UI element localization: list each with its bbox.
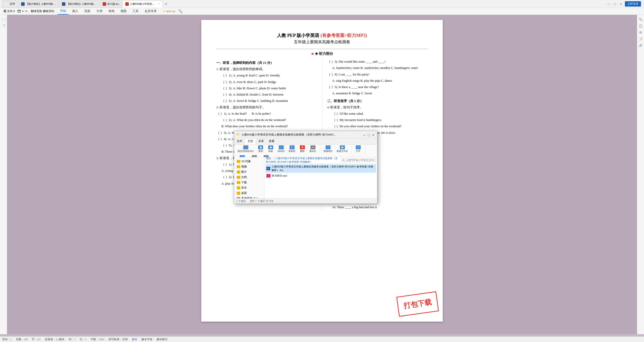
part1-intro2: 2. 听录音，选出你所听到的句子。 — [216, 105, 317, 110]
q1: （ ）1). A. young B. kind C. quiet D. frie… — [216, 73, 317, 78]
menu-translate[interactable]: 翻译页面 — [31, 9, 42, 13]
tab-doc1[interactable]: 【能力增化】人教PEP版五年级上册上... — [18, 1, 59, 8]
new-tab-button[interactable]: + — [163, 2, 169, 6]
fe-nav-docs[interactable]: 文档 — [234, 175, 264, 180]
tab-close-icon[interactable]: × — [158, 2, 160, 6]
seq2: （ ）My favourite food is hamburgers. — [327, 117, 428, 123]
fe-nav-music[interactable]: 音乐 — [234, 185, 264, 190]
fe-move-icon: → — [279, 145, 284, 149]
menu-page[interactable]: 页面 — [82, 8, 93, 14]
fe-new-folder-btn[interactable]: 📁 新建文件夹 — [335, 145, 349, 153]
menu-file[interactable]: ☰ 文件 ▾ — [2, 9, 16, 14]
status-row: 行：1 — [80, 337, 87, 341]
fe-copy2-btn[interactable]: ⎘ 复制到 — [287, 145, 297, 153]
fe-new-item-btn[interactable]: + 新建项目 — [322, 145, 334, 153]
q15-opts: A. mountain B. bridge C. forest — [332, 91, 428, 96]
fe-move-btn[interactable]: → 移动到 — [276, 145, 286, 153]
fe-rename-btn[interactable]: ✏ 重命名 — [308, 145, 318, 153]
minimize-button[interactable]: ─ — [607, 2, 611, 6]
divider-1 — [216, 49, 428, 49]
fe-left-nav: 3D 对象 视频 图片 文档 下载 音乐 — [234, 157, 264, 198]
menu-delete-page[interactable]: 删除页码 — [43, 9, 54, 13]
toolbar-quick-btn-1[interactable]: 💾 — [17, 10, 21, 13]
fe-tab-file[interactable]: 文件 — [234, 139, 245, 144]
right-icon-4[interactable]: 📝 — [638, 36, 643, 41]
menu-vip[interactable]: 会员专享 — [142, 8, 159, 14]
fe-titlebar: 📁 人教PEP版小学英语五年级上册期末高频考点检测卷（含听力材料+听力MP3+参… — [234, 131, 377, 139]
right-icon-5[interactable]: 🔗 — [638, 43, 643, 48]
q5: （ ）5). A. forest B. bridge C. building D… — [216, 98, 317, 104]
title-bar: 📄 文件 【能力增化】人教PEP版五年级上册上... 【能力增化】人教PEP版五… — [0, 0, 644, 8]
fe-nav-3d-icon — [237, 160, 240, 163]
right-sidebar: 🔍 📋 ⚙ 📝 🔗 — [637, 15, 644, 334]
fe-search-input[interactable] — [341, 158, 376, 162]
fe-delete-btn[interactable]: 🗑 删除 — [298, 145, 307, 153]
fe-separator-2 — [351, 145, 352, 154]
search-icon[interactable]: 🔍 — [178, 9, 182, 13]
fe-nav-desktop[interactable]: 桌面 — [234, 190, 264, 196]
doc-title: 人教 PEP 版小学英语 (有参考答案+听力MP3) — [216, 32, 428, 38]
part1-heading: 一、听音，选择听到的内容（共 15 分） — [216, 61, 317, 65]
fe-copy-icon: 📋 — [258, 145, 263, 149]
right-icon-1[interactable]: 🔍 — [638, 17, 643, 22]
menu-start[interactable]: 开始 — [58, 8, 69, 15]
tab-doc3[interactable]: 练习题.doc — [100, 1, 122, 8]
toolbar-menu-row: ☰ 文件 ▾ 💾 ↩ ↪ | 翻译页面 删除页码 | 开始 插入 页面 引用 审… — [0, 8, 644, 15]
download-stamp[interactable]: 打包下载 — [396, 291, 439, 317]
toolbar-area: ☰ 文件 ▾ 💾 ↩ ↪ | 翻译页面 删除页码 | 开始 插入 页面 引用 审… — [0, 8, 644, 15]
tab-doc2[interactable]: 【能力增化】人教PEP版五年级上册上... — [59, 1, 99, 8]
fe-nav-desktop-icon — [237, 192, 240, 195]
fe-pin-btn[interactable]: 📌 固定到快速访问 — [236, 145, 255, 153]
fe-rename-icon: ✏ — [310, 145, 315, 149]
status-proofread[interactable]: 校对 — [132, 337, 137, 341]
sidebar-icon-2[interactable]: 📑 — [1, 23, 6, 28]
fe-file-mp3[interactable]: ♪ 听力部分.mp3 — [265, 173, 376, 178]
login-button[interactable]: 立即登录 — [625, 1, 641, 7]
fe-nav-video[interactable]: 视频 — [234, 164, 264, 169]
menu-insert[interactable]: 插入 — [70, 8, 81, 14]
fe-close-btn[interactable]: × — [372, 133, 375, 137]
q4: （ ）4). A. behind B. beside C. front D. b… — [216, 92, 317, 97]
q7b: B. What does your brother often do on th… — [216, 124, 317, 129]
fe-nav-3d[interactable]: 3D 对象 — [234, 159, 264, 164]
q6a: （ ）1). A. Is she kind? B. Is he polite? — [216, 111, 317, 116]
sidebar-icon-1[interactable]: ⋮⋮ — [1, 17, 6, 22]
toolbar-quick-btn-2[interactable]: ↩ — [22, 10, 24, 13]
fe-paste-icon: 📋 — [268, 145, 273, 149]
fe-minimize-btn[interactable]: ─ — [363, 133, 366, 137]
fe-item-count: 2 个项目 — [236, 199, 246, 203]
menu-review[interactable]: 审阅 — [106, 8, 117, 14]
right-icon-2[interactable]: 📋 — [638, 23, 643, 28]
close-button[interactable]: × — [619, 2, 623, 6]
fe-tab-home[interactable]: 主页 — [245, 139, 256, 144]
fe-maximize-btn[interactable]: □ — [367, 133, 371, 137]
fe-nav-downloads-icon — [237, 181, 240, 184]
fe-open-btn[interactable]: ↗ 打开 — [354, 145, 363, 153]
fe-tab-view[interactable]: 查看 — [266, 139, 277, 144]
tab-bar: 📄 文件 【能力增化】人教PEP版五年级上册上... 【能力增化】人教PEP版五… — [0, 1, 607, 8]
fe-copy-btn[interactable]: 📋 复制 — [256, 145, 265, 153]
fe-file-doc[interactable]: W 人教PEP版小学英语五年级上册期末高频考点检测卷（含听力材料+听力MP3+参… — [265, 164, 376, 173]
seq1: （ ）I'd like some salad. — [327, 111, 428, 116]
tab-doc4-active[interactable]: 人教PEP版小学英语五年级上册小... × — [123, 1, 163, 8]
q13: （ ）3). She would like some ____ and ____… — [327, 59, 428, 64]
fe-address-bar[interactable]: 最新... > 人教PEP版小学英语五年级上册期末高频考点检测卷（含听力材料+听… — [264, 157, 377, 163]
status-spell: 拼写检查：关闭 — [108, 337, 128, 341]
fe-nav-downloads[interactable]: 下载 — [234, 180, 264, 185]
seq3: （ ）Do you often wash your clothes on the… — [327, 124, 428, 129]
fe-nav-docs-icon — [237, 176, 240, 179]
maximize-button[interactable]: □ — [613, 2, 617, 6]
right-icon-3[interactable]: ⚙ — [638, 30, 643, 35]
fe-doc-icon: W — [266, 167, 270, 170]
menu-tools[interactable]: 工具 — [130, 8, 141, 14]
tab-file[interactable]: 📄 文件 — [2, 1, 18, 8]
fe-paste-btn[interactable]: 📋 粘贴 — [266, 145, 275, 153]
menu-ref[interactable]: 引用 — [94, 8, 105, 14]
fe-tab-share[interactable]: 共享 — [256, 139, 266, 144]
menu-view[interactable]: 视图 — [118, 8, 129, 14]
wps-ai-button[interactable]: ⚡ WPS AI — [160, 9, 177, 13]
toolbar-quick-btn-3[interactable]: ↪ — [25, 10, 27, 13]
fe-nav-drive-c[interactable]: 本地磁盘 (C:) — [234, 196, 264, 198]
fe-nav-music-icon — [237, 186, 240, 189]
fe-nav-pictures[interactable]: 图片 — [234, 169, 264, 175]
